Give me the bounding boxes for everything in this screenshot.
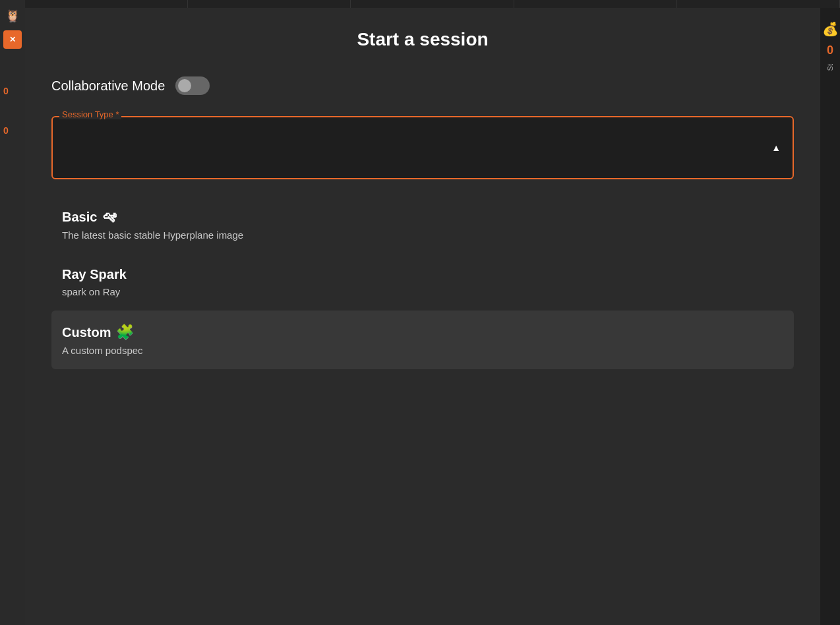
option-custom-name: Custom 🧩 xyxy=(62,324,783,341)
collaborative-mode-label: Collaborative Mode xyxy=(51,78,165,94)
tab-2[interactable] xyxy=(188,0,351,8)
left-counter-bottom: 0 xyxy=(3,125,9,136)
option-basic[interactable]: Basic 🛩 The latest basic stable Hyperpla… xyxy=(51,195,794,254)
tab-5[interactable] xyxy=(677,0,840,8)
session-type-label: Session Type * xyxy=(59,109,121,119)
sidebar-icon-owl: 🦉 xyxy=(3,7,22,25)
left-counter-top: 0 xyxy=(3,86,9,96)
collaborative-mode-toggle[interactable] xyxy=(175,76,210,95)
modal-dialog: Start a session Collaborative Mode Sessi… xyxy=(25,8,820,625)
tab-3[interactable] xyxy=(351,0,514,8)
tab-1[interactable] xyxy=(25,0,188,8)
collaborative-mode-row: Collaborative Mode xyxy=(51,76,794,95)
option-basic-desc: The latest basic stable Hyperplane image xyxy=(62,229,783,241)
session-type-wrapper: Session Type * ▲ xyxy=(51,116,794,179)
right-zero-label: 0 xyxy=(827,44,833,57)
modal-body: Collaborative Mode Session Type * ▲ Basi… xyxy=(25,63,820,625)
session-type-select[interactable] xyxy=(51,116,794,179)
toggle-knob xyxy=(178,79,191,92)
st-label: St xyxy=(826,64,834,71)
right-panel: 💰 0 St xyxy=(820,8,840,625)
option-custom[interactable]: Custom 🧩 A custom podspec xyxy=(51,311,794,369)
option-basic-emoji: 🛩 xyxy=(102,208,117,225)
modal-header: Start a session xyxy=(25,8,820,63)
option-custom-emoji: 🧩 xyxy=(116,324,134,341)
option-ray-spark-desc: spark on Ray xyxy=(62,286,783,297)
tab-4[interactable] xyxy=(514,0,677,8)
top-bar xyxy=(25,0,840,8)
option-basic-name: Basic 🛩 xyxy=(62,208,783,225)
money-icon: 💰 xyxy=(822,21,839,37)
sidebar-cancel-button[interactable]: ✕ xyxy=(3,30,22,49)
option-custom-desc: A custom podspec xyxy=(62,345,783,356)
option-ray-spark-name: Ray Spark xyxy=(62,267,783,282)
modal-title: Start a session xyxy=(51,29,794,50)
option-ray-spark[interactable]: Ray Spark spark on Ray xyxy=(51,254,794,311)
options-list: Basic 🛩 The latest basic stable Hyperpla… xyxy=(51,195,794,369)
